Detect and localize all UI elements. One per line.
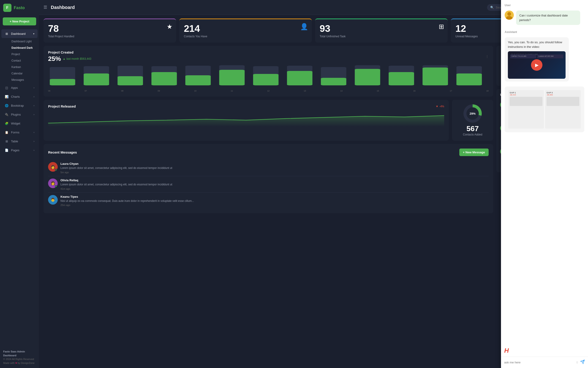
msg-time-3: 25m ago bbox=[60, 204, 489, 206]
table-icon: ⊞ bbox=[5, 139, 9, 143]
new-project-button[interactable]: + New Project bbox=[3, 17, 36, 25]
chat-input[interactable] bbox=[504, 361, 574, 364]
released-row: Project Released ▼ -4% bbox=[44, 100, 493, 141]
msg-time-1: 5m ago bbox=[60, 171, 489, 174]
online-indicator-2 bbox=[55, 185, 57, 188]
project-created-title: Project Created 25% ▲ last month $563,44… bbox=[48, 50, 91, 63]
svg-marker-26 bbox=[48, 116, 444, 127]
logo-icon: F bbox=[3, 4, 11, 12]
msg-name-1: Laura Chyan bbox=[60, 162, 489, 166]
chat-user-msg: Can i customize that dashboard date peri… bbox=[505, 10, 584, 25]
more-options-button[interactable]: ⋮ bbox=[486, 55, 489, 58]
stat-card-tasks: 93 Total Unfinished Task ⊞ bbox=[315, 18, 448, 43]
sidebar-sub-project[interactable]: Project bbox=[8, 51, 39, 57]
messages-header: Recent Messages + New Message bbox=[48, 148, 489, 156]
plugins-icon: 🔌 bbox=[5, 112, 9, 117]
sidebar-sub-calendar[interactable]: Calendar bbox=[8, 70, 39, 77]
footer-brand: Fasto Saas Admin Dashboard bbox=[3, 350, 36, 357]
stat-label-projects: Total Project Handled bbox=[48, 35, 171, 38]
chevron-right-icon: › bbox=[34, 86, 34, 89]
new-message-button[interactable]: + New Message bbox=[459, 148, 489, 156]
chevron-right-icon4: › bbox=[34, 113, 34, 116]
bar-chart bbox=[48, 65, 489, 88]
person-icon: 👤 bbox=[300, 23, 308, 30]
sidebar-item-forms-label: Forms bbox=[11, 131, 19, 134]
svg-rect-24 bbox=[422, 67, 448, 85]
sidebar-item-pages[interactable]: 📄 Pages › bbox=[1, 146, 37, 155]
msg-name-2: Olivia Rellaq bbox=[60, 178, 489, 182]
msg-avatar-1: 👩 bbox=[48, 162, 58, 172]
sidebar-item-bootstrap-label: Bootstrap bbox=[11, 104, 24, 107]
project-created-card: Project Created 25% ▲ last month $563,44… bbox=[44, 46, 493, 97]
message-item: 👩 Laura Chyan Lorem ipsum dolor sit amet… bbox=[48, 160, 489, 176]
sidebar-item-widget-label: Widget bbox=[11, 122, 20, 125]
chat-assistant-label: Assistant bbox=[505, 30, 584, 34]
sidebar-item-apps[interactable]: ◫ Apps › bbox=[1, 83, 37, 92]
chat-logo: H bbox=[501, 345, 588, 357]
chat-panel: User Can i customize that dashboard date… bbox=[501, 0, 588, 368]
chart-header: Project Created 25% ▲ last month $563,44… bbox=[48, 50, 489, 63]
logo: F Fasto bbox=[0, 0, 39, 16]
char-count: 0 bbox=[576, 361, 578, 364]
donut-chart: 29% bbox=[463, 104, 482, 123]
charts-icon: 📊 bbox=[5, 94, 9, 99]
sidebar-item-bootstrap[interactable]: 🌐 Bootstrap › bbox=[1, 101, 37, 110]
sidebar-item-plugins[interactable]: 🔌 Plugins › bbox=[1, 110, 37, 119]
released-pct: ▼ -4% bbox=[436, 105, 444, 108]
search-icon: 🔍 bbox=[490, 6, 494, 9]
line-chart bbox=[48, 110, 444, 127]
sidebar-sub-dashboard-dark[interactable]: Dashboard Dark bbox=[8, 45, 39, 51]
svg-rect-15 bbox=[117, 76, 143, 85]
stat-label-contacts: Contacts You Have bbox=[184, 35, 307, 38]
msg-content-3: Keanu Tipes Nisi ut aliquip ex ea commod… bbox=[60, 195, 489, 207]
sidebar-sub-messages[interactable]: Messages bbox=[8, 77, 39, 83]
nav-section: ⊞ Dashboard ▾ Dashboard Light Dashboard … bbox=[0, 28, 39, 156]
message-item-3: 👨 Keanu Tipes Nisi ut aliquip ex ea comm… bbox=[48, 193, 489, 209]
svg-rect-22 bbox=[355, 69, 380, 85]
recent-messages-card: Recent Messages + New Message 👩 Laura Ch… bbox=[44, 144, 493, 213]
video-thumbnail[interactable]: FILE STATUS DASHBOARD CAPEX 774,111,895 … bbox=[508, 51, 566, 79]
project-created-pct: 25% bbox=[48, 55, 61, 63]
contacts-label: Contacts Added bbox=[463, 133, 482, 136]
stat-card-projects: 78 Total Project Handled ★ bbox=[44, 18, 176, 43]
stat-label-tasks: Total Unfinished Task bbox=[320, 35, 443, 38]
bootstrap-icon: 🌐 bbox=[5, 103, 9, 108]
user-bubble: Can i customize that dashboard date peri… bbox=[516, 10, 580, 25]
online-indicator bbox=[55, 169, 57, 171]
messages-title: Recent Messages bbox=[48, 150, 77, 154]
sidebar-sub-contact[interactable]: Contact bbox=[8, 57, 39, 64]
svg-rect-25 bbox=[456, 74, 482, 85]
sidebar-item-pages-label: Pages bbox=[11, 148, 19, 152]
sidebar-item-table[interactable]: ⊞ Table › bbox=[1, 137, 37, 146]
svg-rect-20 bbox=[287, 71, 312, 85]
chevron-right-icon7: › bbox=[34, 149, 34, 151]
sidebar-item-charts[interactable]: 📊 Charts › bbox=[1, 92, 37, 101]
chevron-right-icon5: › bbox=[34, 131, 34, 134]
sidebar: F Fasto + New Project ⊞ Dashboard ▾ Dash… bbox=[0, 0, 39, 368]
sidebar-item-widget[interactable]: 🧩 Widget bbox=[1, 119, 37, 128]
send-button[interactable] bbox=[580, 359, 585, 365]
star-icon: ★ bbox=[167, 23, 172, 30]
chevron-right-icon2: › bbox=[34, 95, 34, 98]
widget-icon: 🧩 bbox=[5, 121, 9, 125]
sidebar-item-plugins-label: Plugins bbox=[11, 113, 21, 116]
sidebar-item-dashboard[interactable]: ⊞ Dashboard ▾ bbox=[1, 29, 37, 38]
svg-rect-19 bbox=[253, 74, 279, 85]
sidebar-sub-kanban[interactable]: Kanban bbox=[8, 64, 39, 70]
svg-rect-16 bbox=[151, 72, 177, 85]
msg-text-3: Nisi ut aliquip ex ea commodo consequat.… bbox=[60, 199, 489, 203]
sidebar-item-forms[interactable]: 📋 Forms › bbox=[1, 128, 37, 137]
assistant-bubble: Yes, you can. To do so, you should follo… bbox=[505, 37, 569, 82]
hamburger-button[interactable]: ☰ bbox=[44, 5, 47, 10]
play-button[interactable]: ▶ bbox=[531, 59, 542, 71]
msg-content-2: Olivia Rellaq Lorem ipsum dolor sit amet… bbox=[60, 178, 489, 190]
chat-user-label: User bbox=[505, 4, 584, 7]
svg-rect-17 bbox=[185, 75, 211, 85]
svg-rect-13 bbox=[50, 79, 75, 85]
apps-icon: ◫ bbox=[5, 86, 9, 90]
stat-number-tasks: 93 bbox=[320, 24, 443, 33]
chevron-right-icon6: › bbox=[34, 140, 34, 143]
msg-content-1: Laura Chyan Lorem ipsum dolor sit amet, … bbox=[60, 162, 489, 174]
up-arrow-icon: ▲ bbox=[63, 57, 65, 60]
sidebar-sub-dashboard-light[interactable]: Dashboard Light bbox=[8, 38, 39, 45]
